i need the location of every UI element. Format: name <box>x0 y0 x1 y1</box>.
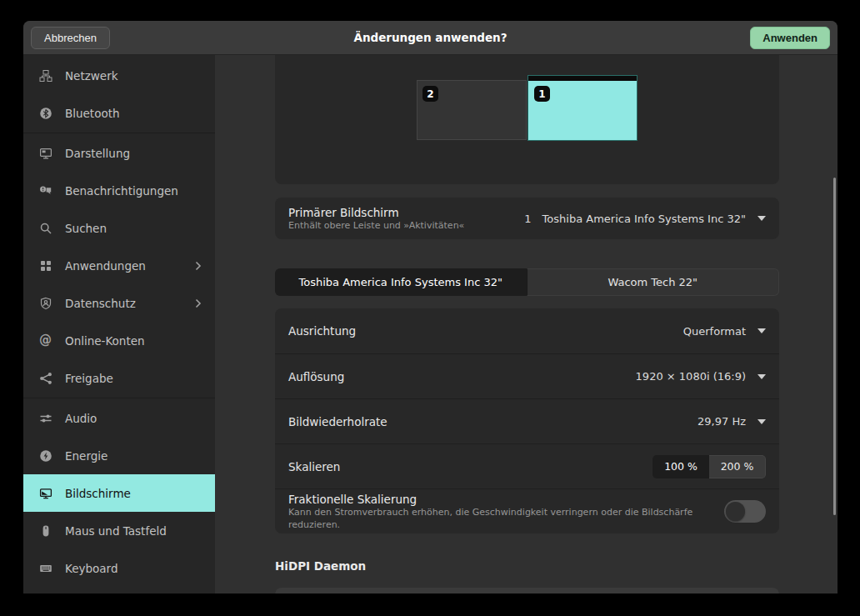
notifications-icon <box>38 183 52 198</box>
search-icon <box>38 221 52 235</box>
display-settings-card: Ausrichtung Querformat Auflösung 1920 × … <box>275 308 779 533</box>
sidebar-item-label: Netzwerk <box>65 69 202 83</box>
appearance-icon <box>38 146 52 160</box>
tab-wacom[interactable]: Wacom Tech 22" <box>527 268 780 296</box>
sidebar-separator <box>23 133 215 133</box>
dropdown-arrow-icon <box>758 328 766 333</box>
sidebar-item-energie[interactable]: Energie <box>23 437 215 474</box>
sidebar-item-maus-und-tastfeld[interactable]: Maus und Tastfeld <box>23 512 215 549</box>
monitor-2-thumbnail[interactable]: 2 <box>417 80 527 140</box>
primary-display-title: Primärer Bildschirm <box>288 205 464 220</box>
scale-label: Skalieren <box>288 460 340 473</box>
keyboard-icon <box>38 561 52 575</box>
orientation-dropdown[interactable]: Querformat <box>683 325 766 338</box>
scale-200-button[interactable]: 200 % <box>709 455 766 478</box>
vertical-scrollbar[interactable] <box>833 178 836 515</box>
resolution-value: 1920 × 1080i (16:9) <box>636 370 746 383</box>
fractional-scaling-text: Fraktionelle Skalierung Kann den Stromve… <box>288 492 724 531</box>
header-bar: Abbrechen Änderungen anwenden? Anwenden <box>23 21 838 55</box>
display-arrangement-card: 2 1 <box>275 55 779 184</box>
privacy-shield-icon <box>38 296 52 310</box>
mouse-icon <box>38 523 52 538</box>
primary-display-row[interactable]: Primärer Bildschirm Enthält obere Leiste… <box>275 198 779 239</box>
sidebar-item-audio[interactable]: Audio <box>23 399 215 437</box>
sidebar-item-online-konten[interactable]: @ Online-Konten <box>23 322 215 359</box>
sidebar-item-benachrichtigungen[interactable]: Benachrichtigungen <box>23 172 215 209</box>
sidebar-item-keyboard[interactable]: Keyboard <box>23 549 215 587</box>
fractional-scaling-title: Fraktionelle Skalierung <box>288 492 712 507</box>
refresh-rate-row[interactable]: Bildwiederholrate 29,97 Hz <box>275 398 779 443</box>
sidebar-item-label: Darstellung <box>65 147 202 160</box>
bluetooth-icon <box>38 106 52 120</box>
chevron-right-icon <box>195 298 202 308</box>
fractional-scaling-subtitle: Kann den Stromverbrauch erhöhen, die Ges… <box>288 507 712 531</box>
sidebar-item-label: Suchen <box>65 222 202 235</box>
primary-display-value: Toshiba America Info Systems Inc 32" <box>542 213 746 225</box>
dropdown-arrow-icon <box>758 419 766 424</box>
dialog-title: Änderungen anwenden? <box>23 31 838 44</box>
displays-panel: 2 1 Primärer Bildschirm Enthält obere Le… <box>215 55 838 593</box>
primary-display-index: 1 <box>524 213 531 225</box>
toggle-knob <box>726 502 745 521</box>
sidebar-separator <box>23 398 215 398</box>
fractional-scaling-toggle[interactable] <box>724 500 766 523</box>
monitor-1-badge: 1 <box>534 86 550 102</box>
sidebar-item-label: Benachrichtigungen <box>65 184 202 198</box>
resolution-dropdown[interactable]: 1920 × 1080i (16:9) <box>636 370 766 383</box>
scale-row: Skalieren 100 % 200 % <box>275 443 779 488</box>
sidebar-item-bildschirme[interactable]: Bildschirme <box>23 474 215 512</box>
resolution-row[interactable]: Auflösung 1920 × 1080i (16:9) <box>275 353 779 398</box>
displays-icon <box>38 486 52 500</box>
sidebar-item-label: Energie <box>65 449 202 463</box>
sidebar-item-bluetooth[interactable]: Bluetooth <box>23 94 215 132</box>
resolution-label: Auflösung <box>288 370 344 383</box>
audio-sliders-icon <box>38 411 52 425</box>
tab-toshiba[interactable]: Toshiba America Info Systems Inc 32" <box>275 268 527 296</box>
at-sign-icon: @ <box>38 333 52 348</box>
orientation-value: Querformat <box>683 325 746 338</box>
orientation-label: Ausrichtung <box>288 324 356 338</box>
primary-display-subtitle: Enthält obere Leiste und »Aktivitäten« <box>288 220 464 232</box>
share-icon <box>38 371 52 385</box>
sidebar: Netzwerk Bluetooth Darstellung <box>23 55 215 593</box>
sidebar-item-label: Maus und Tastfeld <box>65 524 202 538</box>
sidebar-item-suchen[interactable]: Suchen <box>23 209 215 247</box>
sidebar-item-label: Anwendungen <box>65 259 182 273</box>
sidebar-item-label: Datenschutz <box>65 297 182 310</box>
hidpi-section-heading: HiDPI Daemon <box>275 559 366 573</box>
monitor-1-topbar <box>528 76 637 81</box>
sidebar-item-label: Freigabe <box>65 372 202 385</box>
power-icon <box>38 448 52 463</box>
apply-button[interactable]: Anwenden <box>750 27 830 49</box>
sidebar-item-netzwerk[interactable]: Netzwerk <box>23 57 215 94</box>
scale-100-button[interactable]: 100 % <box>652 455 709 478</box>
orientation-row[interactable]: Ausrichtung Querformat <box>275 308 779 353</box>
desktop-background: Abbrechen Änderungen anwenden? Anwenden … <box>0 0 860 616</box>
cancel-button[interactable]: Abbrechen <box>31 27 110 49</box>
sidebar-item-label: Keyboard <box>65 562 202 575</box>
monitor-tabs: Toshiba America Info Systems Inc 32" Wac… <box>275 268 779 296</box>
network-icon <box>38 68 52 83</box>
chevron-right-icon <box>195 261 202 271</box>
sidebar-item-datenschutz[interactable]: Datenschutz <box>23 284 215 322</box>
monitor-2-badge: 2 <box>422 86 438 102</box>
dropdown-arrow-icon <box>758 216 766 221</box>
sidebar-item-label: Online-Konten <box>65 334 202 348</box>
settings-window: Abbrechen Änderungen anwenden? Anwenden … <box>23 21 838 593</box>
sidebar-item-label: Audio <box>65 412 202 425</box>
refresh-rate-value: 29,97 Hz <box>698 415 746 428</box>
sidebar-item-freigabe[interactable]: Freigabe <box>23 359 215 397</box>
fractional-scaling-row: Fraktionelle Skalierung Kann den Stromve… <box>275 488 779 533</box>
refresh-rate-dropdown[interactable]: 29,97 Hz <box>698 415 766 428</box>
applications-grid-icon <box>38 258 52 273</box>
sidebar-item-label: Bluetooth <box>65 107 202 120</box>
hidpi-card-partial <box>275 588 779 593</box>
sidebar-item-label: Bildschirme <box>65 487 202 500</box>
sidebar-item-darstellung[interactable]: Darstellung <box>23 134 215 172</box>
dropdown-arrow-icon <box>758 374 766 379</box>
primary-display-text: Primärer Bildschirm Enthält obere Leiste… <box>288 205 464 233</box>
sidebar-item-anwendungen[interactable]: Anwendungen <box>23 247 215 284</box>
monitor-1-thumbnail[interactable]: 1 <box>528 75 638 141</box>
scale-segmented-control: 100 % 200 % <box>652 455 766 478</box>
primary-display-dropdown[interactable]: 1 Toshiba America Info Systems Inc 32" <box>524 213 766 225</box>
